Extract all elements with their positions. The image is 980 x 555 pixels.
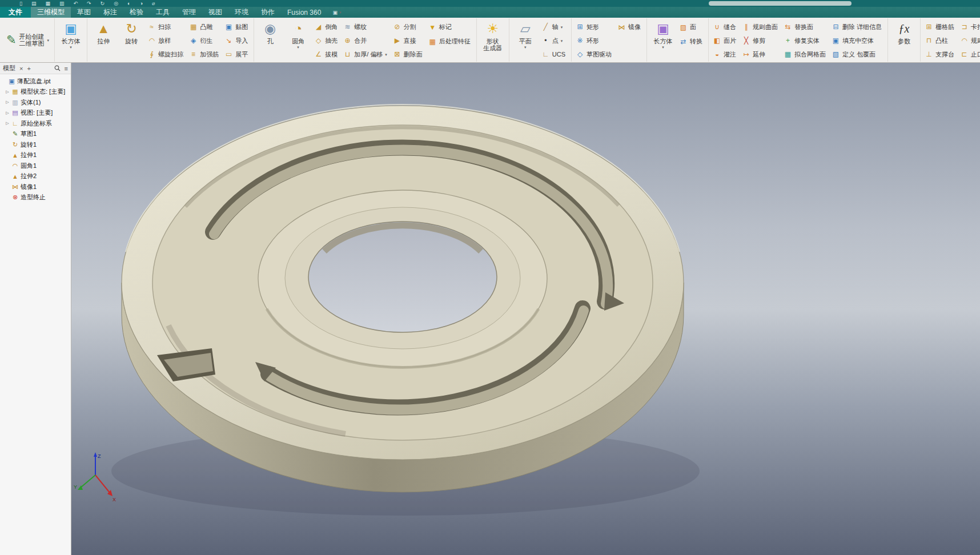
tree-item-origin[interactable]: ▷∟原始坐标系 [0,118,71,129]
thread-button[interactable]: ≋螺纹 [342,20,391,34]
tab-视图[interactable]: 视图 [202,7,228,18]
add-panel-icon[interactable]: + [27,65,30,72]
import-button[interactable]: ↘导入 [223,34,251,47]
grill-button[interactable]: ⊞栅格筋 [923,20,958,34]
tree-item-sketch1[interactable]: ✎草图1 [0,129,71,140]
tree-item-mirror1[interactable]: ⋈镜像1 [0,182,71,192]
tree-item-end-of-part[interactable]: ⊗造型终止 [0,192,71,203]
tab-标注[interactable]: 标注 [97,7,123,18]
expander-icon[interactable]: ▷ [5,90,10,94]
delete-face-button[interactable]: ⊠删除面 [391,47,426,61]
unwrap-button[interactable]: ▭展平 [223,47,251,61]
mirror-button[interactable]: ⋈镜像 [616,20,644,34]
tree-item-fillet1[interactable]: ◠圆角1 [0,160,71,171]
loft-button[interactable]: ◠放样 [146,34,187,47]
viewport-3d[interactable]: Z X Y [71,63,980,555]
shape-generator-button[interactable]: ☀形状 生成器 [479,19,507,61]
save-icon[interactable]: ▦ [45,1,50,6]
fill-voids-button[interactable]: ▣填充中空体 [830,34,885,47]
split-button[interactable]: ⊘分割 [391,20,426,34]
tab-overflow[interactable]: ▣ ▾ [327,7,346,18]
tab-环境[interactable]: 环境 [228,7,255,18]
tree-item-solid-bodies[interactable]: ▷▥实体(1) [0,97,71,108]
valve-plate-model[interactable] [111,104,700,516]
draft-button[interactable]: ∠拔模 [312,47,341,61]
lip-button[interactable]: ⊏止口 [958,47,980,61]
tab-Fusion 360[interactable]: Fusion 360 [281,7,327,18]
print-icon[interactable]: ▥ [59,1,65,6]
axis-button[interactable]: ╱轴▾ [540,20,569,34]
ruled-surface-button[interactable]: ∥规则曲面 [740,20,781,34]
new-icon[interactable]: ▯ [19,1,22,6]
open-icon[interactable]: ▤ [31,1,37,6]
expander-icon[interactable]: ▷ [5,100,10,104]
ucs-button[interactable]: ∟UCS [540,47,569,61]
tab-管理[interactable]: 管理 [176,7,202,18]
tree-item-extrusion1[interactable]: ▲拉伸1 [0,150,71,161]
direct-edit-button[interactable]: ▶直接 [391,34,426,47]
tree-item-revolution1[interactable]: ↻旋转1 [0,139,71,150]
remove-details-button[interactable]: ⊟删除 详细信息 [830,20,885,34]
convert-button[interactable]: ⇄转换 [677,34,706,49]
rectangular-pattern-button[interactable]: ⊞矩形 [574,20,615,34]
face-button[interactable]: ▧面 [677,20,706,34]
undo-icon[interactable]: ↶ [74,1,78,6]
repair-bodies-button[interactable]: +修复实体 [782,34,829,47]
pour-button[interactable]: ◒灌注 [711,47,740,61]
tree-item-part-file[interactable]: ▣薄配流盘.ipt [0,76,71,87]
replace-face-button[interactable]: ⇆替换面 [782,20,829,34]
measure-icon[interactable]: ⌀ [152,1,155,6]
rest-button[interactable]: ⊥支撑台 [923,47,958,61]
sweep-button[interactable]: ≈扫掠 [146,20,187,34]
redo-icon[interactable]: ↷ [87,1,91,6]
tab-协作[interactable]: 协作 [255,7,281,18]
viewport-canvas[interactable]: Z X Y [71,63,980,555]
emboss-button[interactable]: ▦凸雕 [187,20,222,34]
mark-button[interactable]: ▼标记 [427,20,474,34]
box-surface-button[interactable]: ▣长方体▾ [649,19,677,61]
boss-button[interactable]: ⊓凸柱 [923,34,958,47]
hole-button[interactable]: ◉孔 [256,19,284,61]
expander-icon[interactable]: ▷ [5,121,10,126]
trim-button[interactable]: ╳修剪 [740,34,781,47]
box-primitive-button[interactable]: ▣长方体▾ [57,19,85,61]
tab-三维模型[interactable]: 三维模型 [31,7,71,18]
expander-icon[interactable]: ▷ [5,111,10,115]
decal-button[interactable]: ▣贴图 [223,20,251,34]
browser-menu-icon[interactable]: ≡ [65,65,68,72]
help-search-box[interactable] [709,1,852,6]
chamfer-button[interactable]: ◢倒角 [312,20,341,34]
start-2d-sketch-button[interactable]: ✎开始创建 二维草图▾ [3,19,52,61]
combine-button[interactable]: ⊕合并 [342,34,391,47]
derive-button[interactable]: ◈衍生 [187,34,222,47]
snap-fit-button[interactable]: ⊐卡扣 [958,20,980,34]
extend-button[interactable]: ↦延伸 [740,47,781,61]
close-icon[interactable]: × [19,65,23,72]
point-button[interactable]: •点▾ [540,34,569,47]
material-icon[interactable]: ◐ [127,1,130,6]
shell-button[interactable]: ◇抽壳 [312,34,341,47]
sketch-driven-pattern-button[interactable]: ◇草图驱动 [574,47,615,61]
thicken-offset-button[interactable]: ⊔加厚/ 偏移▾ [342,47,391,61]
extrude-button[interactable]: ▲拉伸 [90,19,117,61]
tab-检验[interactable]: 检验 [123,7,150,18]
select-icon[interactable]: ◎ [114,1,118,6]
tree-item-extrusion2[interactable]: ▲拉伸2 [0,171,71,182]
define-envelopes-button[interactable]: ▧定义 包覆面 [830,47,885,61]
patch-button[interactable]: ◧面片 [711,34,740,47]
fit-mesh-face-button[interactable]: ▦拟合网格面 [782,47,829,61]
fillet-button[interactable]: ◔圆角▾ [284,19,312,61]
post-process-feature-button[interactable]: ▦后处理特征 [427,34,474,49]
tree-item-model-states[interactable]: ▷▦模型状态: [主要] [0,87,71,98]
coil-button[interactable]: ∮螺旋扫掠 [146,47,187,61]
rib-button[interactable]: ≡加强筋 [187,47,222,61]
tab-工具[interactable]: 工具 [150,7,176,18]
tab-草图[interactable]: 草图 [71,7,97,18]
update-icon[interactable]: ↻ [101,1,105,6]
file-menu-button[interactable]: 文件 [0,7,31,18]
parameters-button[interactable]: ƒx参数 [890,19,918,61]
browser-tab-label[interactable]: 模型 [3,64,15,73]
rule-fillet-button[interactable]: ◠规则圆角 [958,34,980,47]
stitch-button[interactable]: ∪缝合 [711,20,740,34]
revolve-button[interactable]: ↻旋转 [118,19,145,61]
